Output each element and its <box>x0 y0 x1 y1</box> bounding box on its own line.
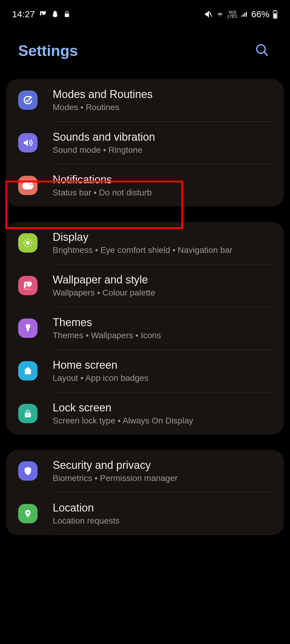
setting-title: Display <box>53 231 272 244</box>
search-button[interactable] <box>252 41 272 61</box>
svg-line-20 <box>30 245 31 246</box>
setting-title: Sounds and vibration <box>53 131 272 143</box>
search-icon <box>255 54 269 58</box>
setting-location[interactable]: Location Location requests <box>6 492 284 535</box>
svg-rect-3 <box>241 15 242 17</box>
setting-title: Security and privacy <box>53 459 272 472</box>
svg-rect-9 <box>274 14 277 18</box>
signal-icon <box>240 11 248 18</box>
pin-icon <box>18 504 38 523</box>
svg-line-11 <box>264 52 268 56</box>
brush-icon <box>18 319 38 338</box>
svg-line-21 <box>25 245 26 246</box>
settings-group-1: Modes and Routines Modes • Routines Soun… <box>6 79 284 207</box>
settings-group-3: Security and privacy Biometrics • Permis… <box>6 450 284 535</box>
svg-point-13 <box>30 182 33 185</box>
setting-subtitle: Wallpapers • Colour palette <box>53 288 272 298</box>
svg-line-22 <box>30 240 31 241</box>
page-header: Settings <box>0 22 290 79</box>
sun-icon <box>18 233 38 253</box>
home-icon <box>18 361 38 381</box>
setting-notifications[interactable]: Notifications Status bar • Do not distur… <box>6 164 284 207</box>
setting-title: Lock screen <box>53 401 272 414</box>
setting-subtitle: Layout • App icon badges <box>53 373 272 383</box>
setting-subtitle: Sound mode • Ringtone <box>53 145 272 155</box>
setting-security[interactable]: Security and privacy Biometrics • Permis… <box>6 450 284 492</box>
setting-modes[interactable]: Modes and Routines Modes • Routines <box>6 79 284 121</box>
setting-sounds[interactable]: Sounds and vibration Sound mode • Ringto… <box>6 122 284 164</box>
image-icon <box>18 276 38 295</box>
gallery-icon <box>39 10 47 18</box>
setting-subtitle: Status bar • Do not disturb <box>53 188 272 198</box>
setting-subtitle: Modes • Routines <box>53 103 272 112</box>
svg-point-1 <box>41 13 42 14</box>
setting-subtitle: Themes • Wallpapers • Icons <box>53 331 272 340</box>
settings-group-2: Display Brightness • Eye comfort shield … <box>6 222 284 435</box>
svg-line-2 <box>209 11 212 17</box>
status-bar: 14:27 Vo))LTE1 66% <box>0 0 290 22</box>
svg-point-26 <box>27 512 29 513</box>
setting-title: Themes <box>53 316 272 329</box>
shield-icon <box>18 461 38 481</box>
setting-subtitle: Brightness • Eye comfort shield • Naviga… <box>53 245 272 255</box>
battery-icon <box>272 10 278 19</box>
svg-rect-4 <box>243 14 244 17</box>
setting-lock[interactable]: Lock screen Screen lock type • Always On… <box>6 392 284 435</box>
svg-point-24 <box>26 283 28 285</box>
modes-icon <box>18 90 38 110</box>
svg-point-25 <box>27 414 28 416</box>
wifi-icon <box>216 11 225 18</box>
setting-title: Wallpaper and style <box>53 273 272 286</box>
svg-rect-5 <box>244 13 245 17</box>
svg-line-19 <box>25 240 26 241</box>
setting-themes[interactable]: Themes Themes • Wallpapers • Icons <box>6 307 284 349</box>
svg-point-14 <box>26 241 30 245</box>
divider <box>56 535 272 535</box>
setting-title: Notifications <box>53 173 272 186</box>
setting-subtitle: Location requests <box>53 516 272 526</box>
setting-title: Location <box>53 502 272 514</box>
setting-title: Home screen <box>53 359 272 371</box>
svg-rect-8 <box>275 10 276 11</box>
status-time: 14:27 <box>12 9 35 19</box>
setting-display[interactable]: Display Brightness • Eye comfort shield … <box>6 222 284 264</box>
setting-home[interactable]: Home screen Layout • App icon badges <box>6 350 284 392</box>
volume-icon <box>18 133 38 152</box>
lock-icon <box>18 404 38 423</box>
snapchat-icon <box>51 10 59 18</box>
setting-subtitle: Screen lock type • Always On Display <box>53 416 272 426</box>
mute-icon <box>205 10 213 18</box>
page-title: Settings <box>18 42 78 60</box>
svg-rect-6 <box>246 12 247 17</box>
svg-point-10 <box>257 45 265 53</box>
setting-subtitle: Biometrics • Permission manager <box>53 473 272 483</box>
battery-text: 66% <box>251 9 269 19</box>
setting-title: Modes and Routines <box>53 88 272 101</box>
volte-icon: Vo))LTE1 <box>228 10 237 18</box>
setting-wallpaper[interactable]: Wallpaper and style Wallpapers • Colour … <box>6 264 284 307</box>
lock-status-icon <box>63 10 71 18</box>
notification-icon <box>18 176 38 195</box>
